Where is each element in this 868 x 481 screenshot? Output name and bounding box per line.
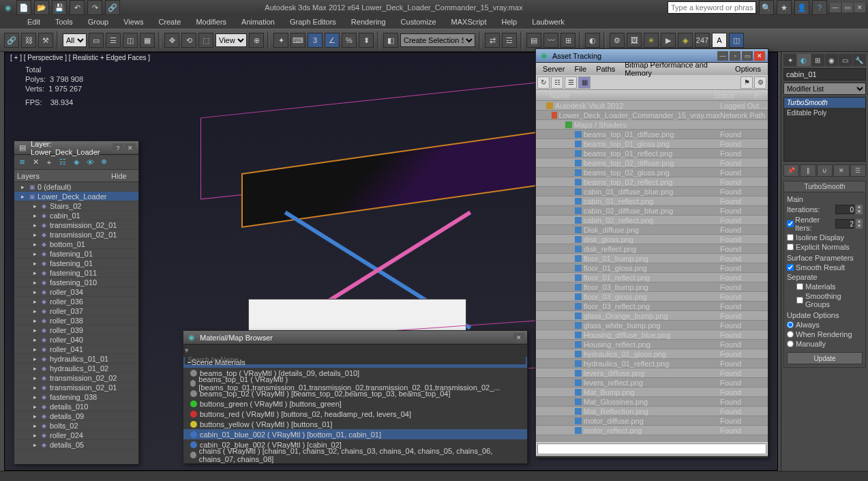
save-icon[interactable]: 💾	[52, 0, 67, 15]
selection-filter-select[interactable]: All	[63, 33, 87, 47]
material-panel-titlebar[interactable]: ◉ Material/Map Browser ✕	[183, 331, 527, 345]
isoline-checkbox[interactable]	[787, 234, 794, 241]
select-region-icon[interactable]: ◫	[123, 33, 138, 48]
layer-row[interactable]: ▸◆roller_040	[14, 335, 138, 345]
asset-row[interactable]: cabin_02_reflect.pngFound	[536, 216, 768, 225]
text-icon[interactable]: A	[712, 33, 727, 48]
configure-icon[interactable]: ☰	[850, 164, 866, 177]
close-icon[interactable]: ✕	[125, 143, 136, 153]
new-layer-icon[interactable]: ≋	[16, 156, 28, 169]
layer-row[interactable]: ▸▣Lower_Deck_Loader	[14, 192, 138, 201]
layer-row[interactable]: ▸◆Stairs_02	[14, 201, 138, 211]
modifier-stack-item[interactable]: TurboSmooth	[784, 98, 865, 108]
layer-list[interactable]: ▸▣0 (default)▸▣Lower_Deck_Loader▸◆Stairs…	[14, 182, 138, 454]
highlight-icon[interactable]: ◈	[70, 156, 83, 169]
asset-list[interactable]: Autodesk Vault 2012Logged Out ...Lower_D…	[536, 101, 768, 442]
menu-rendering[interactable]: Rendering	[344, 16, 393, 27]
pin-stack-icon[interactable]: 📌	[783, 164, 799, 177]
create-tab-icon[interactable]: ✦	[783, 54, 796, 66]
utilities-tab-icon[interactable]: 🔧	[853, 54, 866, 66]
asset-row[interactable]: cabin_01_diffuse_blue.pngFound	[536, 187, 768, 196]
layer-row[interactable]: ▸◆roller_039	[14, 325, 138, 335]
quick-render-icon[interactable]: ▶	[661, 33, 676, 48]
new-icon[interactable]: 📄	[16, 0, 31, 15]
editnamed-icon[interactable]: ◧	[383, 33, 398, 48]
spinner-down-icon[interactable]: ▼	[856, 209, 863, 214]
layer-row[interactable]: ▸◆fastening_01	[14, 259, 138, 268]
layer-row[interactable]: ▸◆details_05	[14, 440, 138, 450]
rollout-header[interactable]: TurboSmooth	[784, 181, 865, 192]
make-unique-icon[interactable]: ∪	[817, 164, 833, 177]
asset-row[interactable]: hydraulics_01_reflect.pngFound	[536, 359, 768, 368]
update-manually-radio[interactable]	[787, 340, 794, 347]
close-icon[interactable]: ✕	[513, 333, 524, 342]
asset-path-input[interactable]	[537, 443, 766, 454]
asset-row[interactable]: floor_03_gloss.pngFound	[536, 292, 768, 302]
options-icon[interactable]: ⚙	[754, 76, 766, 89]
show-end-icon[interactable]: ‖	[800, 164, 815, 177]
status-icon[interactable]: ⚑	[740, 76, 753, 89]
asset-row[interactable]: disk_reflect.pngFound	[536, 244, 768, 254]
layer-row[interactable]: ▸◆roller_034	[14, 287, 138, 297]
layer-row[interactable]: ▸◆details_010	[14, 402, 138, 411]
menu-views[interactable]: Views	[117, 16, 150, 27]
asset-row[interactable]: beams_top_01_diffuse.pngFound	[536, 130, 768, 139]
layer-row[interactable]: ▸◆transmission_02_01	[14, 383, 138, 392]
named-selection-select[interactable]: Create Selection Se	[400, 33, 475, 47]
layer-row[interactable]: ▸◆roller_038	[14, 316, 138, 325]
unlink-tool-icon[interactable]: ⛓	[21, 33, 36, 48]
sep-materials-checkbox[interactable]	[796, 283, 803, 290]
restore-icon[interactable]: ▫	[730, 51, 740, 61]
redo-icon[interactable]: ↷	[87, 0, 102, 15]
asset-row[interactable]: levers_diffuse.pngFound	[536, 368, 768, 378]
bind-tool-icon[interactable]: ⚒	[38, 33, 53, 48]
menu-help[interactable]: Help	[495, 16, 524, 27]
help-icon[interactable]: ?	[812, 0, 827, 15]
layer-row[interactable]: ▸◆transmission_02_01	[14, 230, 138, 239]
iterations-input[interactable]	[835, 205, 854, 214]
layer-row[interactable]: ▸◆roller_037	[14, 306, 138, 316]
layer-row[interactable]: ▸◆fastening_011	[14, 268, 138, 278]
asset-row[interactable]: Maps / Shaders	[536, 120, 768, 130]
menu-tools[interactable]: Tools	[48, 16, 80, 27]
maximize-button[interactable]: ▭	[842, 3, 853, 12]
spinner-snap-icon[interactable]: ⬍	[359, 33, 374, 48]
update-button[interactable]: Update	[787, 352, 863, 364]
spinner-down-icon[interactable]: ▼	[856, 224, 863, 229]
asset-row[interactable]: beams_top_01_reflect.pngFound	[536, 149, 768, 158]
modifier-stack-item[interactable]: Editable Poly	[784, 108, 865, 118]
scale-icon[interactable]: ⬚	[198, 33, 213, 48]
asset-row[interactable]: levers_reflect.pngFound	[536, 378, 768, 388]
pivot-icon[interactable]: ⊕	[249, 33, 264, 48]
link-tool-icon[interactable]: 🔗	[4, 33, 19, 48]
render-iters-input[interactable]	[835, 219, 854, 229]
refcoord-select[interactable]: View	[215, 33, 247, 47]
asset-menu-item[interactable]: Server	[539, 65, 569, 73]
motion-tab-icon[interactable]: ◉	[825, 54, 838, 66]
layer-row[interactable]: ▸◆hydraulics_01_02	[14, 364, 138, 373]
modifier-stack[interactable]: TurboSmoothEditable Poly	[783, 97, 866, 162]
layer-row[interactable]: ▸◆transmission_02_01	[14, 220, 138, 230]
refresh-icon[interactable]: ↻	[537, 76, 550, 89]
undo-icon[interactable]: ↶	[70, 0, 85, 15]
asset-row[interactable]: motor_reflect.pngFound	[536, 426, 768, 435]
layer-row[interactable]: ▸◆cabin_01	[14, 211, 138, 220]
asset-row[interactable]: cabin_01_reflect.pngFound	[536, 196, 768, 206]
layer-row[interactable]: ▸◆fastening_010	[14, 278, 138, 287]
asset-row[interactable]: floor_01_bump.pngFound	[536, 254, 768, 263]
select-objects-icon[interactable]: ☷	[57, 156, 69, 169]
menu-customize[interactable]: Customize	[394, 16, 443, 27]
asset-row[interactable]: beams_top_02_reflect.pngFound	[536, 177, 768, 187]
material-row[interactable]: cabin_01_blue_002 ( VRayMtl ) [bottom_01…	[183, 429, 527, 439]
rendered-frame-icon[interactable]: 🖼	[627, 33, 642, 48]
sep-smoothing-checkbox[interactable]	[796, 297, 803, 304]
window-crossing-icon[interactable]: ▦	[140, 33, 155, 48]
asset-row[interactable]: Disk_diffuse.pngFound	[536, 225, 768, 235]
search-icon[interactable]: 🔍	[759, 0, 774, 15]
menu-group[interactable]: Group	[81, 16, 116, 27]
material-row[interactable]: chains ( VRayMtl ) [chains_01, chains_02…	[183, 450, 527, 460]
align-icon[interactable]: ☲	[502, 33, 517, 48]
polycount-icon[interactable]: 247	[695, 33, 710, 48]
menu-graph-editors[interactable]: Graph Editors	[283, 16, 343, 27]
menu-animation[interactable]: Animation	[235, 16, 282, 27]
